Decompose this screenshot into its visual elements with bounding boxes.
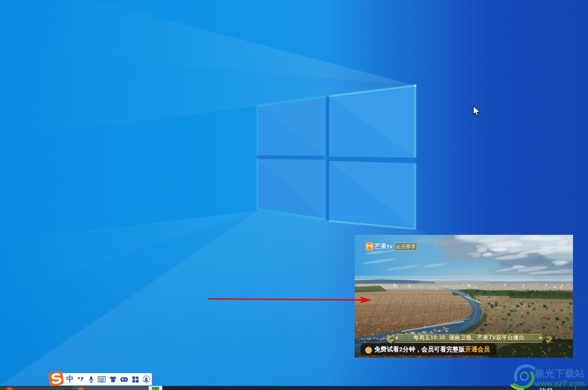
svg-text:www.xz7.com: www.xz7.com — [534, 379, 585, 388]
svg-text:极光下载站: 极光下载站 — [534, 368, 585, 379]
